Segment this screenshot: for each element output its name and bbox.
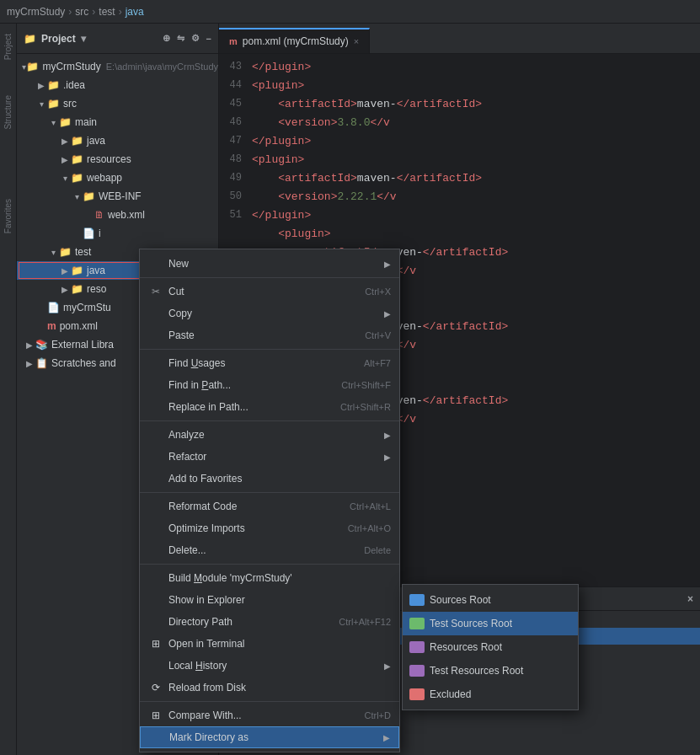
menu-find-usages-label: Find Usages [168, 357, 225, 369]
scratches-arrow: ▶ [24, 359, 35, 368]
jsp-label: i [99, 228, 101, 239]
menu-optimize[interactable]: Optimize Imports Ctrl+Alt+O [140, 517, 399, 539]
menu-cut[interactable]: ✂ Cut Ctrl+X [140, 281, 399, 303]
code-line-50: 50 <version>2.22.1</v [219, 187, 700, 206]
menu-delete[interactable]: Delete... Delete [140, 539, 399, 561]
menu-copy[interactable]: Copy ▶ [140, 303, 399, 324]
sep6 [140, 701, 399, 702]
tab-close[interactable]: × [354, 36, 359, 46]
delete-shortcut: Delete [364, 545, 391, 555]
submenu-excluded-label: Excluded [430, 688, 471, 700]
menu-compare[interactable]: ⊞ Compare With... Ctrl+D [140, 704, 399, 726]
webinf-folder-icon: 📁 [83, 190, 95, 202]
build-close[interactable]: × [687, 593, 693, 605]
tree-jsp[interactable]: 📄 i [17, 224, 218, 243]
globe-icon[interactable]: ⊕ [163, 33, 170, 44]
menu-replace-path[interactable]: Replace in Path... Ctrl+Shift+R [140, 396, 399, 418]
menu-new[interactable]: New ▶ [140, 253, 399, 275]
menu-add-favorites-label: Add to Favorites [168, 473, 242, 485]
menu-refactor[interactable]: Refactor ▶ [140, 446, 399, 468]
code-line-49: 49 <artifactId>maven-</artifactId> [219, 169, 700, 187]
tree-webinf[interactable]: ▾ 📁 WEB-INF [17, 187, 218, 206]
webapp-folder-icon: 📁 [71, 172, 83, 184]
analyze-arrow: ▶ [384, 431, 391, 440]
breadcrumb-java: java [126, 6, 144, 18]
idea-folder-icon: 📁 [47, 79, 60, 91]
menu-mark-directory[interactable]: Mark Directory as Sources Root Test Sour… [140, 726, 399, 748]
folder-icon: 📁 [24, 33, 36, 45]
test-folder-icon: 📁 [59, 246, 72, 258]
menu-find-path-label: Find in Path... [168, 379, 231, 391]
menu-local-history[interactable]: Local History ▶ [140, 655, 399, 677]
mycrm-icon: 📄 [47, 302, 60, 313]
menu-reformat[interactable]: Reformat Code Ctrl+Alt+L [140, 495, 399, 517]
menu-open-terminal[interactable]: ⊞ Open in Terminal [140, 633, 399, 655]
favorites-strip-label[interactable]: Favorites [3, 199, 13, 233]
submenu-test-resources-root[interactable]: Test Resources Root [403, 659, 578, 683]
title-bar: myCrmStudy › src › test › java [0, 0, 700, 24]
submenu-test-sources-root-label: Test Sources Root [430, 618, 512, 629]
test-arrow: ▾ [47, 248, 59, 257]
menu-build-module[interactable]: Build Module 'myCrmStudy' [140, 567, 399, 589]
mark-dir-arrow: ▶ [383, 733, 390, 742]
menu-paste[interactable]: Paste Ctrl+V [140, 324, 399, 346]
sep3 [140, 420, 399, 421]
project-strip-label[interactable]: Project [3, 34, 13, 60]
menu-dir-path-label: Directory Path [168, 616, 232, 628]
menu-find-usages[interactable]: Find Usages Alt+F7 [140, 352, 399, 374]
find-path-shortcut: Ctrl+Shift+F [341, 380, 391, 390]
external-arrow: ▶ [24, 340, 35, 350]
code-line-43: 43 </plugin> [219, 57, 700, 76]
sep5 [140, 564, 399, 565]
tree-webxml[interactable]: 🗎 web.xml [17, 206, 218, 224]
find-usages-shortcut: Alt+F7 [364, 358, 391, 368]
menu-find-path[interactable]: Find in Path... Ctrl+Shift+F [140, 374, 399, 396]
structure-strip-label[interactable]: Structure [3, 95, 13, 130]
menu-analyze[interactable]: Analyze ▶ [140, 424, 399, 446]
submenu-resources-root[interactable]: Resources Root [403, 635, 578, 659]
tree-src[interactable]: ▾ 📁 src [17, 94, 218, 113]
webapp-label: webapp [87, 172, 122, 184]
menu-reload[interactable]: ⟳ Reload from Disk [140, 677, 399, 699]
tree-java-src[interactable]: ▶ 📁 java [17, 131, 218, 150]
submenu-sources-root-label: Sources Root [430, 594, 491, 606]
excluded-icon [409, 688, 425, 700]
tab-label: pom.xml (myCrmStudy) [243, 35, 349, 47]
pom-label: pom.xml [60, 320, 98, 332]
tree-main[interactable]: ▾ 📁 main [17, 113, 218, 131]
replace-path-shortcut: Ctrl+Shift+R [340, 402, 391, 412]
tab-bar: m pom.xml (myCrmStudy) × [219, 24, 700, 54]
settings-icon[interactable]: ⚙ [191, 33, 200, 44]
menu-show-explorer[interactable]: Show in Explorer [140, 589, 399, 611]
submenu-test-sources-root[interactable]: Test Sources Root [403, 612, 578, 635]
panel-dropdown[interactable]: ▾ [81, 33, 86, 45]
tree-resources[interactable]: ▶ 📁 resources [17, 150, 218, 169]
menu-dir-path[interactable]: Directory Path Ctrl+Alt+F12 [140, 611, 399, 633]
menu-optimize-label: Optimize Imports [168, 522, 245, 534]
code-line-47: 47 </plugin> [219, 131, 700, 150]
main-folder-icon: 📁 [59, 116, 72, 128]
tree-root[interactable]: ▾ 📁 myCrmStudy E:\admin\java\myCrmStudy [17, 57, 218, 76]
java-src-label: java [87, 135, 105, 147]
root-folder-icon: 📁 [26, 61, 39, 72]
context-menu: New ▶ ✂ Cut Ctrl+X Copy ▶ Paste Ctrl+V F… [139, 249, 400, 752]
dir-path-shortcut: Ctrl+Alt+F12 [339, 617, 391, 627]
tab-icon: m [229, 36, 238, 46]
code-line-extra1: <plugin> [219, 224, 700, 243]
submenu-excluded[interactable]: Excluded [403, 683, 578, 706]
left-side-strip: Project Structure Favorites [0, 24, 17, 755]
breadcrumb-sep2: › [92, 6, 95, 18]
breadcrumb-test: test [99, 6, 115, 18]
refactor-arrow: ▶ [384, 452, 391, 462]
minimize-icon[interactable]: − [206, 34, 211, 44]
menu-add-favorites[interactable]: Add to Favorites [140, 468, 399, 490]
idea-arrow: ▶ [35, 81, 47, 90]
submenu-sources-root[interactable]: Sources Root [403, 588, 578, 612]
balance-icon[interactable]: ⇋ [177, 33, 184, 44]
tree-idea[interactable]: ▶ 📁 .idea [17, 76, 218, 94]
resources-root-icon [409, 641, 425, 653]
root-path: E:\admin\java\myCrmStudy [106, 62, 218, 72]
tree-webapp[interactable]: ▾ 📁 webapp [17, 169, 218, 187]
resources-folder-icon: 📁 [71, 153, 83, 165]
tab-pom[interactable]: m pom.xml (myCrmStudy) × [219, 28, 370, 53]
